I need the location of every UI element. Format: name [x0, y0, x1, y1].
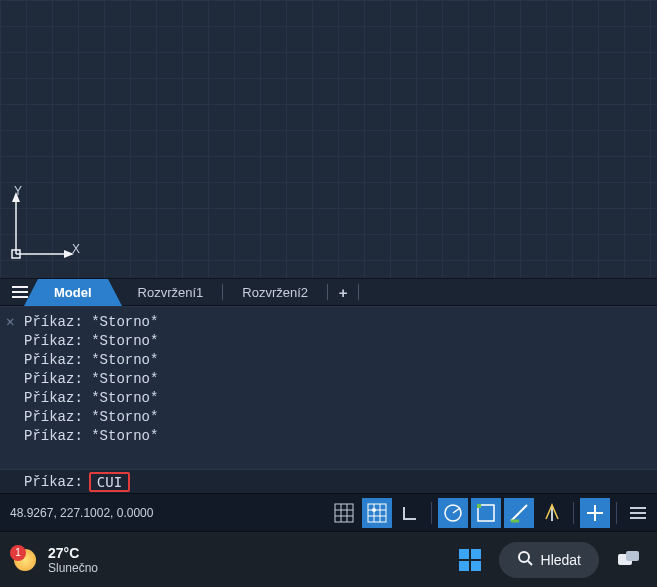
tab-separator [358, 284, 359, 300]
svg-rect-38 [626, 551, 639, 561]
command-history-line: Příkaz: *Storno* [24, 313, 657, 332]
polar-tracking-button[interactable] [438, 498, 468, 528]
start-button[interactable] [451, 541, 489, 579]
status-separator [431, 502, 432, 524]
tab-model[interactable]: Model [38, 279, 108, 306]
svg-rect-22 [477, 504, 481, 508]
tab-layout-1[interactable]: Rozvržení1 [122, 279, 220, 306]
svg-rect-13 [368, 504, 386, 522]
command-prompt: Příkaz: [24, 474, 83, 490]
svg-line-23 [511, 505, 527, 521]
close-icon[interactable]: ✕ [6, 313, 14, 330]
task-view-button[interactable] [609, 541, 647, 579]
x-axis-label: X [72, 242, 80, 256]
svg-line-20 [453, 508, 460, 513]
svg-rect-31 [459, 549, 469, 559]
ortho-mode-button[interactable] [395, 498, 425, 528]
layout-tabbar: Model Rozvržení1 Rozvržení2 + [0, 279, 657, 306]
svg-rect-33 [459, 561, 469, 571]
svg-rect-34 [471, 561, 481, 571]
notification-badge: 1 [10, 545, 26, 561]
command-history-line: Příkaz: *Storno* [24, 332, 657, 351]
tab-label: Rozvržení1 [138, 285, 204, 300]
command-input-value[interactable]: CUI [89, 472, 130, 492]
command-history-line: Příkaz: *Storno* [24, 370, 657, 389]
snap-mode-button[interactable] [362, 498, 392, 528]
weather-widget[interactable]: 1 27°C Slunečno [10, 545, 98, 575]
search-button[interactable]: Hledat [499, 542, 599, 578]
svg-rect-8 [335, 504, 353, 522]
command-history-line: Příkaz: *Storno* [24, 351, 657, 370]
command-history: Příkaz: *Storno* Příkaz: *Storno* Příkaz… [0, 307, 657, 446]
object-snap-button[interactable] [471, 498, 501, 528]
status-tools [329, 498, 657, 528]
tab-separator [327, 284, 328, 300]
weather-icon: 1 [10, 545, 40, 575]
command-input-row[interactable]: Příkaz: CUI [0, 469, 657, 493]
command-history-line: Příkaz: *Storno* [24, 427, 657, 446]
svg-rect-32 [471, 549, 481, 559]
command-history-line: Příkaz: *Storno* [24, 408, 657, 427]
tab-label: Rozvržení2 [242, 285, 308, 300]
add-layout-button[interactable]: + [331, 280, 355, 304]
drawing-viewport[interactable]: Y X [0, 0, 657, 279]
status-separator [616, 502, 617, 524]
weather-temperature: 27°C [48, 545, 98, 561]
y-axis-label: Y [14, 184, 22, 198]
customize-status-button[interactable] [623, 498, 653, 528]
tab-layout-2[interactable]: Rozvržení2 [226, 279, 324, 306]
weather-description: Slunečno [48, 561, 98, 575]
lineweight-button[interactable] [580, 498, 610, 528]
tab-separator [222, 284, 223, 300]
status-bar: 48.9267, 227.1002, 0.0000 [0, 493, 657, 531]
search-label: Hledat [541, 552, 581, 568]
svg-line-36 [528, 561, 532, 565]
ucs-icon: Y X [8, 192, 78, 264]
dynamic-input-button[interactable] [537, 498, 567, 528]
svg-point-18 [372, 508, 376, 512]
cursor-coordinates: 48.9267, 227.1002, 0.0000 [0, 506, 153, 520]
object-snap-tracking-button[interactable] [504, 498, 534, 528]
tab-label: Model [54, 285, 92, 300]
command-line-panel: ✕ Příkaz: *Storno* Příkaz: *Storno* Přík… [0, 306, 657, 493]
grid-display-button[interactable] [329, 498, 359, 528]
windows-taskbar: 1 27°C Slunečno Hledat [0, 531, 657, 587]
status-separator [573, 502, 574, 524]
command-history-line: Příkaz: *Storno* [24, 389, 657, 408]
search-icon [517, 550, 533, 569]
svg-point-35 [519, 552, 529, 562]
